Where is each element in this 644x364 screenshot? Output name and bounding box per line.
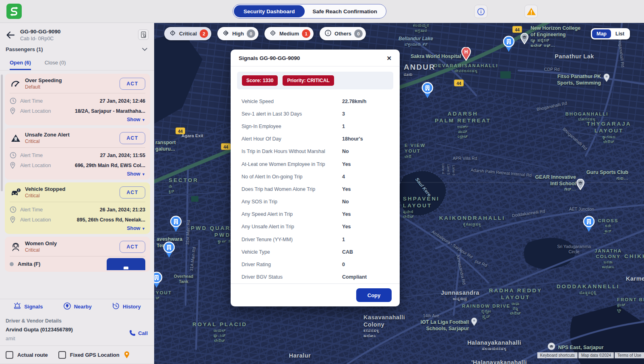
act-button[interactable]: ACT (120, 132, 145, 144)
svg-text:H: H (464, 49, 468, 55)
scrollbar-thumb[interactable] (1, 74, 3, 191)
map-label: CROSS6ನೇಕ್ರಾಸ್ (598, 218, 619, 234)
orange-pin-icon (124, 351, 130, 359)
attribute-label: Does Trip had Women Alone Trip (242, 186, 342, 192)
map-label: Karmel (626, 275, 644, 282)
driver-name: Arvind Gupta (0123456789) (6, 327, 149, 333)
map-label: Lane 6 (452, 165, 456, 176)
tab-security-dashboard[interactable]: Security Dashboard (234, 5, 305, 17)
map-label: Lane 4 (441, 163, 446, 174)
act-button[interactable]: ACT (120, 78, 145, 90)
vehicle-pin[interactable] (582, 215, 596, 234)
map-label: Junnasandra Rd (455, 254, 467, 285)
logo-s-icon (9, 6, 19, 17)
attribute-value: 18hour's (342, 136, 389, 142)
vehicle-pin[interactable] (169, 215, 183, 234)
checkbox[interactable] (6, 351, 13, 359)
filter-chip-high[interactable]: High0 (217, 27, 258, 40)
option-label: Actual route (17, 352, 48, 358)
signal-attribute-row: At-Leat one Women Employee in TripYes (242, 158, 389, 170)
warning-icon (526, 7, 536, 16)
map-label: Bellandur Lakeಬೆಳ್ಳಂದೂರು ಕೆರೆ (398, 36, 433, 47)
map-label: AET Junction (569, 207, 594, 212)
alert-sidebar: GG-90-GG-9090 Cab Id- 0Rp0C Passengers (… (0, 23, 154, 364)
alerts-warning-button[interactable] (524, 5, 538, 18)
filter-chip-medium[interactable]: Medium1 (264, 27, 314, 40)
alert-card: Over SpeedingDefaultACTAlert Time27 Jan,… (5, 74, 150, 125)
alert-severity: Default (25, 84, 62, 90)
back-button[interactable] (6, 30, 15, 40)
map-label: SHPAVENILAYOUTಷ್ಪವೇಣಿಲೇಔಟ್ (403, 196, 440, 219)
nav-history[interactable]: History (112, 302, 141, 312)
attribute-value: CAB (342, 249, 389, 255)
tab-closed-alerts[interactable]: Close (0) (45, 60, 66, 70)
passenger-action-button[interactable] (107, 258, 145, 270)
info-button[interactable] (474, 5, 487, 18)
tab-safe-reach-confirmation[interactable]: Safe Reach Confirmation (305, 5, 386, 17)
act-button[interactable]: ACT (120, 241, 145, 253)
vehicle-pin[interactable] (154, 271, 163, 290)
signal-attribute-row: Does Trip had Women Alone TripYes (242, 183, 389, 195)
school-pin[interactable] (520, 33, 529, 46)
speedometer-icon (10, 79, 22, 88)
cab-id: Cab Id- 0Rp0C (20, 36, 61, 41)
show-details-toggle[interactable]: Show ▼ (10, 225, 145, 231)
map-label: IOT La Liga FootballSchools, Sarjapur (421, 319, 469, 332)
vehicle-pin[interactable] (502, 35, 516, 54)
vendor-name: amit (6, 336, 149, 343)
poi-dot (471, 317, 478, 328)
option-actual-route[interactable]: Actual route (6, 351, 48, 359)
school-pin[interactable] (576, 179, 585, 192)
attribute-label: Alert Hour Of Day (242, 136, 342, 142)
vehicle-pin[interactable] (162, 241, 176, 260)
chip-label: High (232, 31, 244, 37)
close-icon[interactable]: ✕ (386, 55, 392, 61)
high-diamond-icon (222, 29, 229, 38)
map-label: PWD QUARPWDಕ್ವಾರ್ಟ ಸ (191, 225, 231, 244)
women-only-icon (10, 242, 22, 252)
map-attribution-item[interactable]: Keyboard shortcuts (537, 352, 578, 358)
show-details-toggle[interactable]: Show ▼ (10, 117, 145, 122)
passengers-label: Passengers (1) (6, 46, 43, 52)
act-button[interactable]: ACT (120, 186, 145, 199)
map-label: JANATHACOLONYಜನತಾಕಾಲೋನಿ (594, 248, 622, 269)
option-label: Fixed GPS Location (70, 352, 120, 358)
alert-location-value: 696, 29th Main Rd, EWS Col... (75, 163, 145, 168)
nav-label: History (123, 304, 141, 310)
clock-icon (10, 97, 18, 104)
alert-location-value: 895, 26th Cross Rd, Neelak... (77, 217, 145, 223)
copy-button[interactable]: Copy (356, 288, 392, 302)
vehicle-stopped-icon (10, 188, 22, 197)
nav-signals[interactable]: Signals (13, 302, 43, 311)
siren-icon (13, 302, 21, 311)
nav-nearby[interactable]: Nearby (63, 302, 92, 312)
map-label: ROYAL PLACIDರಾಯಲ್ಪ್ಲಾ.ಸಿಡ್ಲೇಔಟ್ (192, 321, 247, 343)
alert-location-label: Alert Location (20, 163, 51, 168)
trip-report-button[interactable] (138, 29, 149, 40)
vehicle-pin[interactable] (421, 82, 434, 100)
tab-open-alerts[interactable]: Open (6) (10, 60, 31, 70)
option-fixed-gps-location[interactable]: Fixed GPS Location (58, 351, 130, 359)
attribute-value: Yes (342, 186, 389, 192)
map-label: RADHA REDDYLAYOUTರಾಧಾರೆಡ್ಡಿಲೇಔಟ್ (489, 287, 542, 316)
toggle-map-view[interactable]: Map (592, 29, 611, 38)
map-attribution-item[interactable]: Map data ©2024 (578, 352, 614, 358)
hospital-pin[interactable]: H (461, 47, 471, 62)
toggle-list-view[interactable]: List (611, 29, 629, 38)
show-details-toggle[interactable]: Show ▼ (10, 171, 145, 177)
map-label: New Horizon Collegeof Engineeringನ್ಯೂ ಹರ… (530, 25, 580, 48)
alert-time-label: Alert Time (20, 153, 43, 158)
history-icon (112, 302, 120, 312)
others-info-icon (324, 29, 332, 38)
checkbox[interactable] (58, 351, 66, 359)
app-logo[interactable] (6, 4, 22, 19)
filter-chip-critical[interactable]: Critical2 (164, 27, 211, 40)
signal-attribute-row: Vehicle TypeCAB (242, 246, 389, 258)
map-label: FRONT BLOCಫ್ರಂಟ್ಬ್ಲಾ (617, 297, 644, 312)
call-driver-button[interactable]: Call (129, 329, 148, 337)
passengers-accordion[interactable]: Passengers (1) (0, 44, 154, 55)
filter-chip-others[interactable]: Others0 (320, 27, 366, 40)
map-canvas[interactable]: AGRAHARAಕರಿಯಮ್ಮನಅಗ್ರಹಾರBellandur Lakeಬೆಳ… (154, 23, 644, 364)
clock-icon (10, 206, 18, 213)
map-attribution-item[interactable]: Terms of Use (615, 352, 644, 358)
